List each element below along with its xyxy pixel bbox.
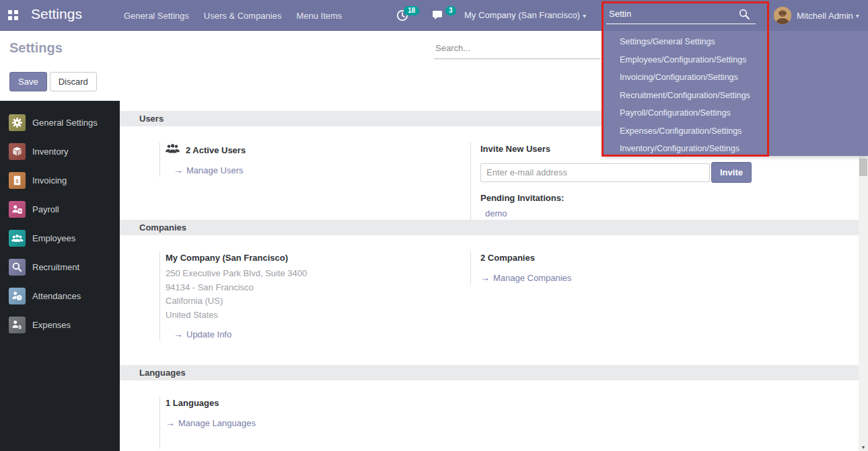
menu-search-results: Settings/General Settings Employees/Conf… — [604, 31, 868, 158]
navbar-menus: General Settings Users & Companies Menu … — [116, 0, 349, 31]
payroll-icon — [9, 201, 26, 218]
gear-icon — [9, 114, 26, 131]
users-group-icon — [166, 144, 180, 156]
activities-count-badge[interactable]: 18 — [404, 6, 419, 15]
search-result-item[interactable]: Invoicing/Configuration/Settings — [604, 69, 868, 87]
languages-column: 1 Languages → Manage Languages — [159, 397, 430, 449]
sidebar-item-payroll[interactable]: Payroll — [0, 195, 120, 224]
expenses-icon: $ — [9, 317, 26, 333]
attendance-icon — [9, 288, 26, 304]
address-line: United States — [166, 309, 430, 323]
invite-button[interactable]: Invite — [711, 162, 752, 183]
search-icon[interactable] — [739, 9, 750, 22]
messages-count-badge[interactable]: 3 — [445, 6, 456, 15]
right-arrow-icon: → — [174, 165, 183, 175]
sidebar-item-invoicing[interactable]: $ Invoicing — [0, 166, 120, 195]
companies-count: 2 Companies — [480, 253, 753, 263]
right-arrow-icon: → — [480, 272, 490, 283]
recruitment-icon — [9, 259, 26, 276]
right-arrow-icon: → — [166, 417, 175, 428]
avatar — [774, 7, 791, 24]
manage-users-link[interactable]: → Manage Users — [174, 165, 244, 175]
sidebar-item-label: Recruitment — [32, 262, 79, 272]
chevron-down-icon: ▾ — [856, 12, 859, 19]
sidebar-item-label: Invoicing — [32, 175, 67, 186]
save-button[interactable]: Save — [9, 72, 47, 91]
search-input[interactable] — [434, 40, 601, 59]
email-field[interactable] — [480, 163, 710, 182]
address-line: 94134 - San Francisco — [166, 281, 430, 295]
sidebar-item-label: Inventory — [32, 147, 68, 157]
scroll-down-arrow-icon[interactable]: ▼ — [859, 445, 868, 450]
sidebar-item-inventory[interactable]: Inventory — [0, 137, 120, 166]
employees-icon — [9, 230, 26, 247]
menu-search-dropdown: Settings/General Settings Employees/Conf… — [604, 31, 868, 156]
search-result-item[interactable]: Settings/General Settings — [604, 33, 868, 51]
sidebar-item-general-settings[interactable]: General Settings — [0, 108, 120, 137]
search-result-item[interactable]: Payroll/Configuration/Settings — [604, 104, 868, 122]
sidebar-item-label: Attendances — [32, 291, 81, 301]
right-arrow-icon: → — [174, 329, 183, 339]
menu-menu-items[interactable]: Menu Items — [289, 11, 349, 21]
pending-invitations-label: Pending Invitations: — [480, 193, 753, 203]
invoice-icon: $ — [9, 172, 26, 189]
discard-button[interactable]: Discard — [50, 72, 97, 91]
manage-languages-link[interactable]: → Manage Languages — [166, 417, 256, 428]
languages-count: 1 Languages — [166, 398, 430, 408]
companies-count-column: 2 Companies → Manage Companies — [470, 251, 753, 284]
sidebar-item-label: General Settings — [32, 118, 98, 128]
update-info-link[interactable]: → Update Info — [174, 329, 231, 339]
search-result-item[interactable]: Inventory/Configuration/Settings — [604, 140, 868, 158]
settings-screen: Settings General Settings Users & Compan… — [0, 0, 868, 451]
sidebar-item-label: Payroll — [32, 204, 59, 214]
svg-text:$: $ — [15, 178, 19, 184]
user-menu[interactable]: Mitchell Admin ▾ — [774, 7, 859, 24]
menu-search-input[interactable] — [606, 7, 756, 24]
menu-general-settings[interactable]: General Settings — [116, 11, 196, 21]
address-line: 250 Executive Park Blvd, Suite 3400 — [166, 267, 430, 281]
svg-text:$: $ — [18, 324, 22, 330]
section-header-languages: Languages — [120, 365, 859, 380]
pending-user-link[interactable]: demo — [480, 208, 753, 218]
active-users-count: 2 Active Users — [186, 145, 246, 155]
search-result-item[interactable]: Recruitment/Configuration/Settings — [604, 87, 868, 105]
settings-sidebar: General Settings Inventory $ Invoicing P… — [0, 101, 120, 451]
apps-menu-icon[interactable] — [8, 10, 18, 20]
companies-section: My Company (San Francisco) 250 Executive… — [120, 251, 859, 341]
breadcrumb: Settings — [9, 40, 63, 56]
sidebar-item-recruitment[interactable]: Recruitment — [0, 253, 120, 282]
sidebar-item-attendances[interactable]: Attendances — [0, 282, 120, 311]
search-result-item[interactable]: Employees/Configuration/Settings — [604, 51, 868, 69]
company-info-column: My Company (San Francisco) 250 Executive… — [159, 251, 430, 341]
search-result-item[interactable]: Expenses/Configuration/Settings — [604, 122, 868, 140]
active-users-line: 2 Active Users — [166, 144, 430, 156]
company-switcher[interactable]: My Company (San Francisco)▾ — [464, 10, 586, 20]
languages-section: 1 Languages → Manage Languages — [120, 397, 859, 449]
sidebar-item-label: Expenses — [32, 320, 71, 330]
active-users-column: 2 Active Users → Manage Users — [159, 142, 430, 177]
user-name: Mitchell Admin — [797, 11, 853, 21]
sidebar-item-expenses[interactable]: $ Expenses — [0, 311, 120, 339]
sidebar-item-employees[interactable]: Employees — [0, 224, 120, 253]
messages-chat-icon[interactable] — [431, 9, 445, 22]
sidebar-item-label: Employees — [32, 233, 75, 243]
scrollbar-thumb[interactable] — [859, 159, 867, 176]
app-title: Settings — [31, 6, 82, 22]
company-name: My Company (San Francisco) — [166, 253, 430, 263]
section-header-companies: Companies — [120, 220, 859, 235]
address-line: California (US) — [166, 294, 430, 309]
manage-companies-link[interactable]: → Manage Companies — [480, 272, 571, 283]
company-address: 250 Executive Park Blvd, Suite 3400 9413… — [166, 267, 430, 322]
menu-users-companies[interactable]: Users & Companies — [196, 11, 289, 21]
box-icon — [9, 143, 26, 160]
chevron-down-icon: ▾ — [583, 12, 586, 19]
